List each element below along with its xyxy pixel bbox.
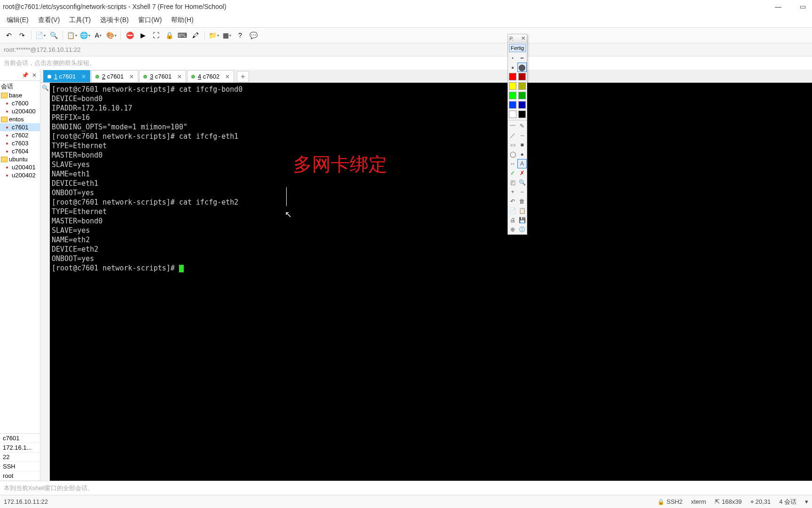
fullscreen-icon[interactable]: ⛶ [150, 29, 162, 41]
theme-icon[interactable]: 🎨 [105, 29, 117, 41]
menu-item[interactable]: 编辑(E) [2, 14, 33, 26]
terminal[interactable]: [root@c7601 network-scripts]# cat ifcfg-… [50, 83, 812, 481]
layout-icon[interactable]: ▦ [221, 29, 233, 41]
session-tab[interactable]: 4 c7602✕ [187, 70, 234, 82]
status-dot-icon [95, 75, 99, 79]
balloon-icon[interactable]: 💬 [247, 29, 259, 41]
copy-paste-icon[interactable]: 📋 [66, 29, 78, 41]
session-tab[interactable]: 2 c7601✕ [91, 70, 138, 82]
close-tab-icon[interactable]: ✕ [225, 73, 230, 80]
folder-item[interactable]: base [0, 91, 40, 99]
tool-target-icon[interactable]: ⊕ [508, 225, 517, 234]
session-item[interactable]: u200402 [0, 171, 40, 179]
palette-title[interactable]: P. ✕ [508, 34, 527, 43]
close-tab-icon[interactable]: ✕ [129, 73, 134, 80]
tool-crop-icon[interactable]: ◰ [508, 178, 517, 187]
brush-size-option[interactable]: ● [508, 63, 517, 72]
tool-ellipse-f-icon[interactable]: ● [517, 150, 527, 159]
search-icon[interactable]: 🔍 [42, 85, 49, 91]
folder-item[interactable]: ubuntu [0, 155, 40, 163]
brush-size-option[interactable]: ⬤ [517, 63, 527, 72]
brush-size-option[interactable]: •• [517, 53, 527, 63]
tool-ellipse-o-icon[interactable]: ◯ [508, 150, 517, 159]
undo-icon[interactable]: ↶ [3, 29, 15, 41]
color-swatch[interactable] [517, 81, 527, 91]
color-swatch[interactable] [517, 110, 527, 119]
session-item[interactable]: u200400 [0, 107, 40, 115]
menu-item[interactable]: 窗口(W) [133, 14, 167, 26]
tool-pen-icon[interactable]: ✎ [517, 121, 527, 131]
close-icon[interactable]: ✕ [521, 35, 525, 41]
session-item[interactable]: c7604 [0, 147, 40, 155]
redo-icon[interactable]: ↷ [16, 29, 28, 41]
menu-item[interactable]: 帮助(H) [166, 14, 198, 26]
tool-x-icon[interactable]: ✗ [517, 168, 527, 178]
go-icon[interactable]: ▶ [137, 29, 149, 41]
tool-copy-icon[interactable]: 📄 [508, 206, 517, 215]
tool-info-icon[interactable]: ⓘ [517, 225, 527, 234]
tool-print-icon[interactable]: 🖨 [508, 215, 517, 225]
tool-plus-icon[interactable]: + [508, 187, 517, 197]
session-item[interactable]: c7602 [0, 131, 40, 139]
tool-save-icon[interactable]: 💾 [517, 215, 527, 225]
search-icon[interactable]: 🔍 [47, 29, 60, 41]
maximize-button[interactable]: ▭ [795, 1, 810, 12]
tool-text-icon[interactable]: A [517, 159, 527, 168]
keyboard-icon[interactable]: ⌨ [176, 29, 188, 41]
tool-check-icon[interactable]: ✓ [508, 168, 517, 178]
hint-bar: 当前会话，点击左侧的箭头按钮。 [0, 56, 812, 70]
brush-size-option[interactable]: • [508, 53, 517, 63]
color-swatch[interactable] [517, 100, 527, 110]
color-swatch[interactable] [508, 81, 517, 91]
tool-rect-f-icon[interactable]: ■ [517, 140, 527, 150]
host-icon [4, 140, 10, 147]
menu-item[interactable]: 工具(T) [64, 14, 95, 26]
help-icon[interactable]: ? [234, 29, 246, 41]
font-icon[interactable]: A [92, 29, 104, 41]
minimize-button[interactable]: — [771, 1, 786, 12]
globe-icon[interactable]: 🌐 [79, 29, 91, 41]
session-item[interactable]: u200401 [0, 163, 40, 171]
tool-arrow2-icon[interactable]: ↔ [508, 159, 517, 168]
session-tab[interactable]: 1 c7601✕ [43, 70, 90, 82]
color-swatch[interactable] [508, 110, 517, 119]
main-area: 📌 ✕ 会话 basec7600u200400entosc7601c7602c7… [0, 70, 812, 481]
tool-paste-icon[interactable]: 📋 [517, 206, 527, 215]
session-item[interactable]: c7603 [0, 139, 40, 147]
tool-zoom-icon[interactable]: 🔍 [517, 178, 527, 187]
color-swatch[interactable] [517, 91, 527, 100]
add-folder-icon[interactable]: 📁 [208, 29, 220, 41]
close-tab-icon[interactable]: ✕ [81, 73, 86, 80]
tool-arrow-icon[interactable]: → [517, 131, 527, 140]
drawing-palette[interactable]: P. ✕ Fertig •••●⬤ 〰✎／→▭■◯●↔A✓✗◰🔍+−↶🗑📄📋🖨💾… [508, 34, 527, 235]
session-tab[interactable]: 3 c7601✕ [139, 70, 186, 82]
tool-rect-o-icon[interactable]: ▭ [508, 140, 517, 150]
folder-item[interactable]: entos [0, 115, 40, 123]
tool-trash-icon[interactable]: 🗑 [517, 197, 527, 206]
color-swatch[interactable] [508, 100, 517, 110]
stop-icon[interactable]: ⛔ [124, 29, 136, 41]
highlight-icon[interactable]: 🖍 [189, 29, 202, 41]
pin-icon[interactable]: 📌 [21, 71, 29, 79]
color-swatch[interactable] [517, 72, 527, 81]
color-swatch[interactable] [508, 72, 517, 81]
close-tab-icon[interactable]: ✕ [177, 73, 182, 80]
session-tree[interactable]: 会话 basec7600u200400entosc7601c7602c7603c… [0, 81, 40, 433]
new-session-icon[interactable]: 📄 [34, 29, 47, 41]
tool-undo-icon[interactable]: ↶ [508, 197, 517, 206]
close-sidebar-icon[interactable]: ✕ [31, 71, 38, 79]
send-to-all-bar[interactable]: 本到当前Xshell窗口的全部会话。 [0, 481, 812, 495]
tool-line-icon[interactable]: ／ [508, 131, 517, 140]
menu-item[interactable]: 查看(V) [33, 14, 65, 26]
menu-item[interactable]: 选项卡(B) [95, 14, 133, 26]
done-button[interactable]: Fertig [509, 44, 526, 52]
address-bar[interactable]: root:******@172.16.10.11:22 [0, 43, 812, 56]
tool-wave-icon[interactable]: 〰 [508, 121, 517, 131]
status-dropdown-icon[interactable]: ▾ [805, 498, 808, 505]
session-item[interactable]: c7600 [0, 99, 40, 107]
color-swatch[interactable] [508, 91, 517, 100]
add-tab-button[interactable]: + [237, 71, 249, 82]
tool-minus-icon[interactable]: − [517, 187, 527, 197]
session-item[interactable]: c7601 [0, 123, 40, 131]
lock-icon[interactable]: 🔒 [163, 29, 175, 41]
